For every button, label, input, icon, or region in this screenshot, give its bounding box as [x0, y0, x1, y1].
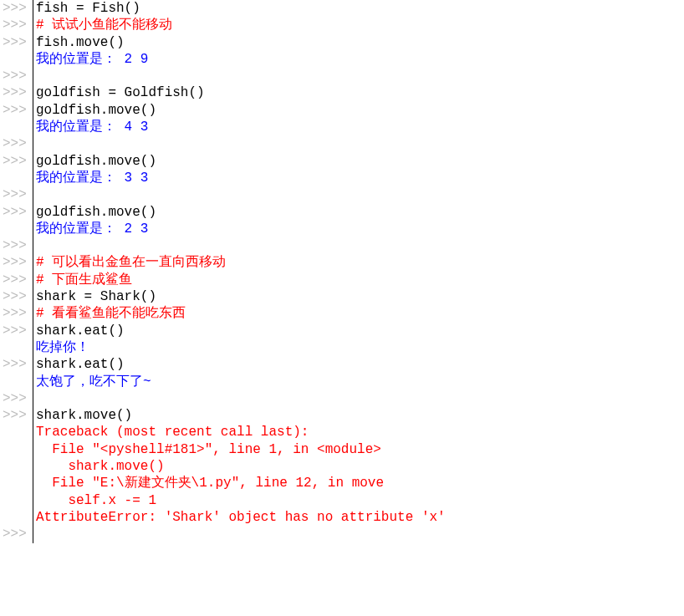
prompt-marker: >>>: [0, 186, 33, 203]
traceback-line: self.x -= 1: [36, 492, 684, 509]
prompt-marker: >>>: [0, 526, 33, 542]
code-line: [36, 390, 684, 407]
code-line: shark.eat(): [36, 323, 684, 339]
code-line: shark.move(): [36, 407, 684, 424]
prompt-marker: >>>: [0, 34, 33, 51]
prompt-marker: >>>: [0, 272, 33, 288]
prompt-marker: [0, 170, 33, 186]
comment-line: # 可以看出金鱼在一直向西移动: [36, 254, 684, 271]
traceback-line: AttributeError: 'Shark' object has no at…: [36, 509, 684, 526]
prompt-marker: [0, 475, 33, 491]
code-line: [36, 526, 684, 542]
stdout-line: 我的位置是： 2 9: [36, 51, 684, 68]
prompt-marker: [0, 51, 33, 68]
comment-line: # 下面生成鲨鱼: [36, 272, 684, 288]
prompt-marker: >>>: [0, 102, 33, 119]
prompt-marker: >>>: [0, 84, 33, 101]
prompt-marker: >>>: [0, 407, 33, 424]
prompt-marker: [0, 441, 33, 458]
code-line: [36, 68, 684, 84]
prompt-marker: >>>: [0, 237, 33, 254]
prompt-marker: [0, 509, 33, 526]
prompt-marker: >>>: [0, 68, 33, 84]
code-line: goldfish.move(): [36, 102, 684, 119]
prompt-marker: [0, 492, 33, 509]
comment-line: # 试试小鱼能不能移动: [36, 17, 684, 33]
code-line: goldfish.move(): [36, 153, 684, 170]
prompt-marker: >>>: [0, 0, 33, 17]
code-line: fish.move(): [36, 34, 684, 51]
code-line: shark = Shark(): [36, 288, 684, 305]
stdout-line: 太饱了，吃不下了~: [36, 374, 684, 390]
code-line: [36, 186, 684, 203]
stdout-line: 吃掉你！: [36, 339, 684, 356]
code-line: shark.eat(): [36, 356, 684, 373]
repl-content[interactable]: fish = Fish()# 试试小鱼能不能移动fish.move()我的位置是…: [33, 0, 684, 543]
traceback-line: File "<pyshell#181>", line 1, in <module…: [36, 441, 684, 458]
prompt-marker: >>>: [0, 17, 33, 33]
prompt-marker: >>>: [0, 153, 33, 170]
prompt-marker: [0, 374, 33, 390]
traceback-line: shark.move(): [36, 458, 684, 475]
prompt-marker: [0, 339, 33, 356]
stdout-line: 我的位置是： 4 3: [36, 119, 684, 135]
prompt-gutter: >>>>>>>>>>>>>>>>>>>>>>>>>>>>>>>>>>>>>>>>…: [0, 0, 33, 543]
prompt-marker: >>>: [0, 323, 33, 339]
stdout-line: 我的位置是： 3 3: [36, 170, 684, 186]
code-line: [36, 135, 684, 152]
prompt-marker: [0, 458, 33, 475]
prompt-marker: >>>: [0, 254, 33, 271]
code-line: goldfish = Goldfish(): [36, 84, 684, 101]
code-line: fish = Fish(): [36, 0, 684, 17]
prompt-marker: >>>: [0, 135, 33, 152]
prompt-marker: [0, 221, 33, 237]
stdout-line: 我的位置是： 2 3: [36, 221, 684, 237]
code-line: [36, 237, 684, 254]
comment-line: # 看看鲨鱼能不能吃东西: [36, 305, 684, 322]
prompt-marker: >>>: [0, 305, 33, 322]
prompt-marker: >>>: [0, 356, 33, 373]
code-line: goldfish.move(): [36, 204, 684, 221]
traceback-line: File "E:\新建文件夹\1.py", line 12, in move: [36, 475, 684, 491]
prompt-marker: [0, 119, 33, 135]
prompt-marker: [0, 424, 33, 440]
traceback-line: Traceback (most recent call last):: [36, 424, 684, 440]
prompt-marker: >>>: [0, 390, 33, 407]
prompt-marker: >>>: [0, 288, 33, 305]
prompt-marker: >>>: [0, 204, 33, 221]
